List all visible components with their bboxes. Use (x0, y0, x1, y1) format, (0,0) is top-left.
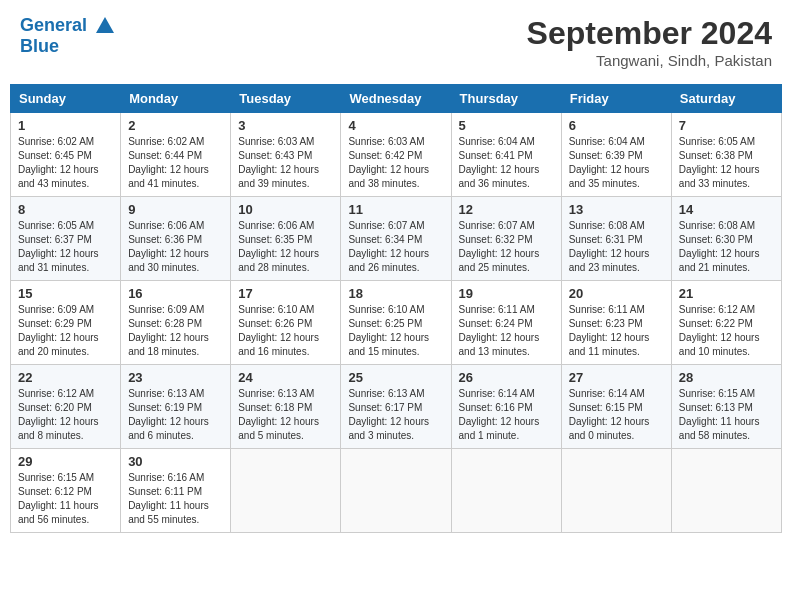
calendar-cell: 4Sunrise: 6:03 AM Sunset: 6:42 PM Daylig… (341, 113, 451, 197)
day-number: 12 (459, 202, 554, 217)
day-number: 22 (18, 370, 113, 385)
day-info: Sunrise: 6:02 AM Sunset: 6:45 PM Dayligh… (18, 135, 113, 191)
day-info: Sunrise: 6:08 AM Sunset: 6:31 PM Dayligh… (569, 219, 664, 275)
day-number: 18 (348, 286, 443, 301)
day-info: Sunrise: 6:06 AM Sunset: 6:35 PM Dayligh… (238, 219, 333, 275)
day-info: Sunrise: 6:03 AM Sunset: 6:42 PM Dayligh… (348, 135, 443, 191)
page-header: General Blue September 2024 Tangwani, Si… (10, 10, 782, 74)
day-info: Sunrise: 6:15 AM Sunset: 6:12 PM Dayligh… (18, 471, 113, 527)
calendar-cell: 25Sunrise: 6:13 AM Sunset: 6:17 PM Dayli… (341, 365, 451, 449)
logo-text: General (20, 15, 116, 37)
calendar-cell: 27Sunrise: 6:14 AM Sunset: 6:15 PM Dayli… (561, 365, 671, 449)
calendar-cell: 6Sunrise: 6:04 AM Sunset: 6:39 PM Daylig… (561, 113, 671, 197)
weekday-header-sunday: Sunday (11, 85, 121, 113)
day-info: Sunrise: 6:05 AM Sunset: 6:37 PM Dayligh… (18, 219, 113, 275)
calendar-cell (341, 449, 451, 533)
calendar-cell: 23Sunrise: 6:13 AM Sunset: 6:19 PM Dayli… (121, 365, 231, 449)
day-number: 16 (128, 286, 223, 301)
calendar-cell: 12Sunrise: 6:07 AM Sunset: 6:32 PM Dayli… (451, 197, 561, 281)
calendar-cell (451, 449, 561, 533)
day-number: 26 (459, 370, 554, 385)
calendar-cell: 24Sunrise: 6:13 AM Sunset: 6:18 PM Dayli… (231, 365, 341, 449)
location-title: Tangwani, Sindh, Pakistan (527, 52, 772, 69)
day-info: Sunrise: 6:03 AM Sunset: 6:43 PM Dayligh… (238, 135, 333, 191)
calendar-cell: 28Sunrise: 6:15 AM Sunset: 6:13 PM Dayli… (671, 365, 781, 449)
logo-blue: Blue (20, 37, 116, 57)
calendar-week-3: 15Sunrise: 6:09 AM Sunset: 6:29 PM Dayli… (11, 281, 782, 365)
calendar-cell: 20Sunrise: 6:11 AM Sunset: 6:23 PM Dayli… (561, 281, 671, 365)
calendar-cell (561, 449, 671, 533)
day-number: 9 (128, 202, 223, 217)
calendar-cell: 1Sunrise: 6:02 AM Sunset: 6:45 PM Daylig… (11, 113, 121, 197)
svg-marker-0 (96, 17, 114, 33)
day-info: Sunrise: 6:12 AM Sunset: 6:20 PM Dayligh… (18, 387, 113, 443)
weekday-header-friday: Friday (561, 85, 671, 113)
day-info: Sunrise: 6:08 AM Sunset: 6:30 PM Dayligh… (679, 219, 774, 275)
day-number: 13 (569, 202, 664, 217)
day-info: Sunrise: 6:15 AM Sunset: 6:13 PM Dayligh… (679, 387, 774, 443)
month-title: September 2024 (527, 15, 772, 52)
calendar-body: 1Sunrise: 6:02 AM Sunset: 6:45 PM Daylig… (11, 113, 782, 533)
day-number: 29 (18, 454, 113, 469)
day-number: 3 (238, 118, 333, 133)
day-info: Sunrise: 6:12 AM Sunset: 6:22 PM Dayligh… (679, 303, 774, 359)
day-number: 7 (679, 118, 774, 133)
calendar-header-row: SundayMondayTuesdayWednesdayThursdayFrid… (11, 85, 782, 113)
calendar-cell: 13Sunrise: 6:08 AM Sunset: 6:31 PM Dayli… (561, 197, 671, 281)
day-info: Sunrise: 6:07 AM Sunset: 6:32 PM Dayligh… (459, 219, 554, 275)
calendar-cell: 26Sunrise: 6:14 AM Sunset: 6:16 PM Dayli… (451, 365, 561, 449)
day-number: 28 (679, 370, 774, 385)
calendar-week-4: 22Sunrise: 6:12 AM Sunset: 6:20 PM Dayli… (11, 365, 782, 449)
day-info: Sunrise: 6:04 AM Sunset: 6:39 PM Dayligh… (569, 135, 664, 191)
weekday-header-thursday: Thursday (451, 85, 561, 113)
title-block: September 2024 Tangwani, Sindh, Pakistan (527, 15, 772, 69)
day-number: 15 (18, 286, 113, 301)
calendar-cell (671, 449, 781, 533)
calendar-cell (231, 449, 341, 533)
day-number: 11 (348, 202, 443, 217)
day-number: 20 (569, 286, 664, 301)
day-info: Sunrise: 6:05 AM Sunset: 6:38 PM Dayligh… (679, 135, 774, 191)
day-number: 8 (18, 202, 113, 217)
weekday-header-wednesday: Wednesday (341, 85, 451, 113)
calendar-cell: 30Sunrise: 6:16 AM Sunset: 6:11 PM Dayli… (121, 449, 231, 533)
calendar-cell: 19Sunrise: 6:11 AM Sunset: 6:24 PM Dayli… (451, 281, 561, 365)
calendar-week-2: 8Sunrise: 6:05 AM Sunset: 6:37 PM Daylig… (11, 197, 782, 281)
day-info: Sunrise: 6:14 AM Sunset: 6:15 PM Dayligh… (569, 387, 664, 443)
calendar-cell: 14Sunrise: 6:08 AM Sunset: 6:30 PM Dayli… (671, 197, 781, 281)
day-info: Sunrise: 6:10 AM Sunset: 6:26 PM Dayligh… (238, 303, 333, 359)
day-number: 25 (348, 370, 443, 385)
calendar-cell: 9Sunrise: 6:06 AM Sunset: 6:36 PM Daylig… (121, 197, 231, 281)
weekday-header-saturday: Saturday (671, 85, 781, 113)
day-info: Sunrise: 6:11 AM Sunset: 6:23 PM Dayligh… (569, 303, 664, 359)
calendar-cell: 7Sunrise: 6:05 AM Sunset: 6:38 PM Daylig… (671, 113, 781, 197)
day-info: Sunrise: 6:04 AM Sunset: 6:41 PM Dayligh… (459, 135, 554, 191)
weekday-header-monday: Monday (121, 85, 231, 113)
day-number: 27 (569, 370, 664, 385)
day-number: 30 (128, 454, 223, 469)
day-info: Sunrise: 6:13 AM Sunset: 6:19 PM Dayligh… (128, 387, 223, 443)
day-info: Sunrise: 6:10 AM Sunset: 6:25 PM Dayligh… (348, 303, 443, 359)
day-info: Sunrise: 6:13 AM Sunset: 6:18 PM Dayligh… (238, 387, 333, 443)
day-info: Sunrise: 6:09 AM Sunset: 6:29 PM Dayligh… (18, 303, 113, 359)
day-number: 17 (238, 286, 333, 301)
day-info: Sunrise: 6:13 AM Sunset: 6:17 PM Dayligh… (348, 387, 443, 443)
logo-icon (94, 15, 116, 37)
day-info: Sunrise: 6:09 AM Sunset: 6:28 PM Dayligh… (128, 303, 223, 359)
day-number: 10 (238, 202, 333, 217)
day-number: 6 (569, 118, 664, 133)
logo: General Blue (20, 15, 116, 57)
calendar-cell: 17Sunrise: 6:10 AM Sunset: 6:26 PM Dayli… (231, 281, 341, 365)
day-number: 23 (128, 370, 223, 385)
calendar-cell: 10Sunrise: 6:06 AM Sunset: 6:35 PM Dayli… (231, 197, 341, 281)
day-info: Sunrise: 6:11 AM Sunset: 6:24 PM Dayligh… (459, 303, 554, 359)
calendar-cell: 22Sunrise: 6:12 AM Sunset: 6:20 PM Dayli… (11, 365, 121, 449)
weekday-header-tuesday: Tuesday (231, 85, 341, 113)
calendar-week-5: 29Sunrise: 6:15 AM Sunset: 6:12 PM Dayli… (11, 449, 782, 533)
day-number: 2 (128, 118, 223, 133)
day-number: 24 (238, 370, 333, 385)
calendar-cell: 29Sunrise: 6:15 AM Sunset: 6:12 PM Dayli… (11, 449, 121, 533)
calendar-cell: 16Sunrise: 6:09 AM Sunset: 6:28 PM Dayli… (121, 281, 231, 365)
calendar-cell: 8Sunrise: 6:05 AM Sunset: 6:37 PM Daylig… (11, 197, 121, 281)
day-info: Sunrise: 6:14 AM Sunset: 6:16 PM Dayligh… (459, 387, 554, 443)
